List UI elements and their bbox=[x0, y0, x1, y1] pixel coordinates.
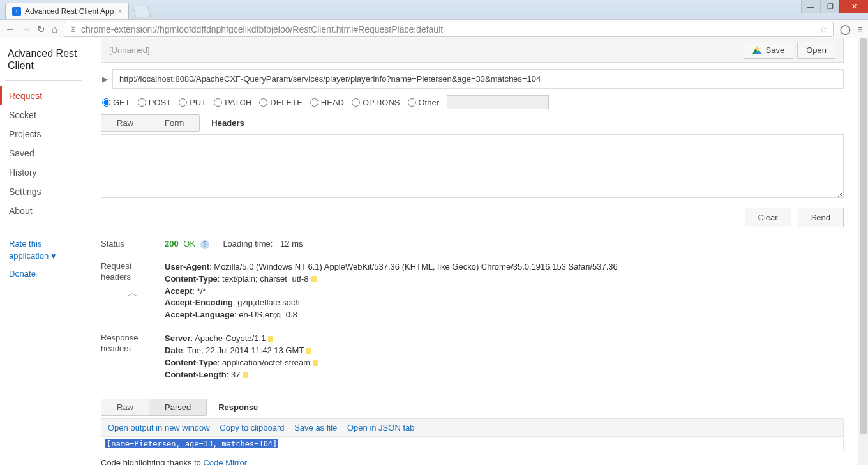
status-code: 200 bbox=[165, 239, 179, 248]
response-tab-raw[interactable]: Raw bbox=[101, 399, 149, 415]
copy-icon[interactable] bbox=[268, 336, 273, 342]
method-post[interactable]: POST bbox=[138, 98, 171, 107]
resp-header-row: Content-Type: application/octet-stream bbox=[165, 357, 844, 369]
request-name: [Unnamed] bbox=[109, 45, 150, 55]
menu-icon[interactable]: ≡ bbox=[857, 24, 863, 34]
address-url: chrome-extension://hgmloofddffdnphfgcell… bbox=[81, 24, 443, 34]
save-button[interactable]: Save bbox=[744, 42, 794, 59]
req-headers-label: Requestheaders ︿ bbox=[101, 261, 165, 321]
window-maximize-button[interactable]: ❐ bbox=[820, 0, 839, 13]
copy-icon[interactable] bbox=[243, 372, 248, 378]
copy-icon[interactable] bbox=[306, 348, 311, 354]
method-patch[interactable]: PATCH bbox=[214, 98, 251, 107]
forward-icon[interactable]: → bbox=[21, 24, 31, 34]
clear-button[interactable]: Clear bbox=[745, 208, 791, 227]
rate-line2: application ♥ bbox=[9, 251, 56, 261]
sidebar-nav: Request Socket Projects Saved History Se… bbox=[0, 86, 96, 220]
reload-icon[interactable]: ↻ bbox=[37, 24, 45, 35]
codemirror-link[interactable]: Code Mirror bbox=[203, 458, 247, 465]
req-header-row: Accept: */* bbox=[165, 286, 844, 298]
help-icon[interactable]: ? bbox=[200, 240, 209, 249]
save-file-link[interactable]: Save as file bbox=[294, 423, 337, 432]
copy-icon[interactable] bbox=[311, 276, 317, 282]
sidebar-item-history[interactable]: History bbox=[0, 163, 96, 182]
save-label: Save bbox=[766, 45, 785, 55]
copy-clipboard-link[interactable]: Copy to clipboard bbox=[220, 423, 284, 432]
resp-headers-label: Responseheaders bbox=[101, 333, 165, 381]
app-title: Advanced Rest Client bbox=[8, 47, 96, 72]
method-delete[interactable]: DELETE bbox=[259, 98, 303, 107]
headers-tab-form[interactable]: Form bbox=[149, 115, 199, 131]
bookmark-icon[interactable]: ☆ bbox=[819, 24, 828, 34]
request-topbar: [Unnamed] Save Open bbox=[101, 38, 844, 63]
method-put[interactable]: PUT bbox=[179, 98, 206, 107]
tab-favicon: ↑ bbox=[12, 7, 21, 16]
headers-label: Headers bbox=[211, 118, 244, 128]
sidebar-item-saved[interactable]: Saved bbox=[0, 144, 96, 163]
resp-headers-list: Server: Apache-Coyote/1.1 Date: Tue, 22 … bbox=[165, 333, 844, 381]
donate-link[interactable]: Donate bbox=[9, 268, 96, 280]
window-close-button[interactable]: ✕ bbox=[839, 0, 868, 13]
back-icon[interactable]: ← bbox=[5, 24, 15, 34]
resp-header-row: Content-Length: 37 bbox=[165, 369, 844, 381]
tab-title: Advanced Rest Client App bbox=[25, 7, 114, 16]
loading-label: Loading time: bbox=[223, 239, 273, 248]
send-button[interactable]: Send bbox=[798, 208, 844, 227]
sidebar-item-about[interactable]: About bbox=[0, 201, 96, 220]
status-label: Status bbox=[101, 239, 165, 250]
app-title-line1: Advanced Rest bbox=[8, 48, 77, 59]
resp-header-row: Date: Tue, 22 Jul 2014 11:42:13 GMT bbox=[165, 345, 844, 357]
new-tab-button[interactable] bbox=[133, 6, 151, 17]
req-header-row: User-Agent: Mozilla/5.0 (Windows NT 6.1)… bbox=[165, 261, 844, 273]
rate-link[interactable]: Rate this application ♥ bbox=[9, 238, 96, 261]
method-head[interactable]: HEAD bbox=[310, 98, 344, 107]
url-toggle-icon[interactable]: ▶ bbox=[101, 75, 108, 84]
method-other-input[interactable] bbox=[447, 95, 549, 109]
rate-line1: Rate this bbox=[9, 239, 41, 248]
scrollbar-thumb[interactable] bbox=[860, 38, 867, 434]
home-icon[interactable]: ⌂ bbox=[52, 24, 57, 34]
open-button[interactable]: Open bbox=[797, 42, 835, 59]
response-label: Response bbox=[218, 402, 258, 412]
tab-strip: ↑ Advanced Rest Client App × bbox=[0, 0, 868, 19]
browser-tab[interactable]: ↑ Advanced Rest Client App × bbox=[5, 3, 129, 19]
headers-textarea[interactable] bbox=[101, 134, 844, 198]
response-tab-buttons: Raw Parsed bbox=[101, 399, 207, 416]
window-controls: — ❐ ✕ bbox=[801, 0, 868, 13]
sidebar-item-socket[interactable]: Socket bbox=[0, 105, 96, 125]
sidebar-item-settings[interactable]: Settings bbox=[0, 182, 96, 201]
collapse-icon[interactable]: ︿ bbox=[101, 287, 165, 300]
response-tab-parsed[interactable]: Parsed bbox=[149, 399, 206, 415]
nav-bar: ← → ↻ ⌂ 🗎 chrome-extension://hgmloofddff… bbox=[0, 19, 868, 38]
method-row: GET POST PUT PATCH DELETE HEAD OPTIONS O… bbox=[101, 95, 844, 109]
open-json-link[interactable]: Open in JSON tab bbox=[347, 423, 415, 432]
scrollbar[interactable] bbox=[858, 38, 868, 465]
tab-close-icon[interactable]: × bbox=[117, 7, 122, 16]
credit-prefix: Code highlighting thanks to bbox=[101, 458, 203, 465]
window-minimize-button[interactable]: — bbox=[801, 0, 820, 13]
sidebar-footer: Rate this application ♥ Donate bbox=[9, 238, 96, 280]
url-input[interactable] bbox=[112, 69, 844, 89]
headers-tab-buttons: Raw Form bbox=[101, 114, 200, 132]
extension-icon[interactable]: ◯ bbox=[840, 24, 851, 35]
app-title-line2: Client bbox=[8, 60, 34, 71]
response-links: Open output in new window Copy to clipbo… bbox=[101, 418, 844, 437]
address-bar[interactable]: 🗎 chrome-extension://hgmloofddffdnphfgce… bbox=[64, 22, 834, 37]
sidebar-item-request[interactable]: Request bbox=[0, 86, 96, 105]
headers-tab-raw[interactable]: Raw bbox=[101, 115, 149, 131]
url-row: ▶ bbox=[101, 69, 844, 89]
open-output-link[interactable]: Open output in new window bbox=[108, 423, 210, 432]
status-value: 200 OK ? Loading time: 12 ms bbox=[165, 239, 844, 250]
response-body[interactable]: [name=Pietersen, age=33, matches=104] bbox=[101, 437, 844, 450]
method-options[interactable]: OPTIONS bbox=[352, 98, 400, 107]
response-body-text: [name=Pietersen, age=33, matches=104] bbox=[105, 439, 278, 448]
req-headers-list: User-Agent: Mozilla/5.0 (Windows NT 6.1)… bbox=[165, 261, 844, 321]
app-body: Advanced Rest Client Request Socket Proj… bbox=[0, 38, 868, 465]
method-get[interactable]: GET bbox=[102, 98, 130, 107]
main-panel: [Unnamed] Save Open ▶ GET POST PUT PATCH bbox=[96, 38, 868, 465]
browser-chrome: — ❐ ✕ ↑ Advanced Rest Client App × ← → ↻… bbox=[0, 0, 868, 38]
action-buttons: Clear Send bbox=[101, 208, 844, 227]
method-other[interactable]: Other bbox=[408, 98, 440, 107]
copy-icon[interactable] bbox=[313, 360, 318, 366]
sidebar-item-projects[interactable]: Projects bbox=[0, 125, 96, 144]
